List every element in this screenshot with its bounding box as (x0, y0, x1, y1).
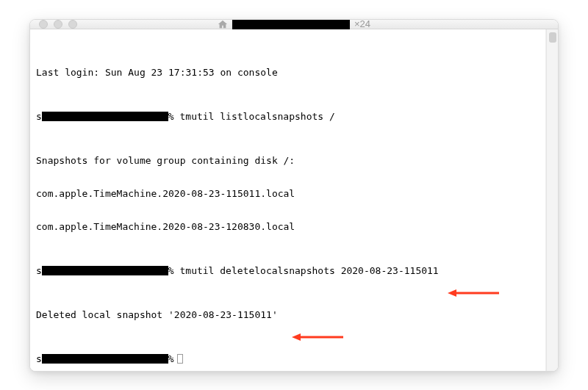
redacted-hostname (42, 354, 168, 364)
annotation-arrow-1 (448, 267, 505, 275)
snap1-text: com.apple.TimeMachine.2020-08-23-115011.… (36, 188, 295, 199)
window-size-label: ×24 (354, 19, 370, 30)
cursor-icon (177, 354, 183, 364)
prompt-prefix: s (36, 265, 42, 276)
redacted-hostname (42, 266, 168, 275)
line-cmd-list: s% tmutil listlocalsnapshots / (36, 111, 539, 122)
annotation-arrow-2 (292, 311, 349, 319)
svg-marker-1 (448, 289, 456, 297)
prompt-prefix: s (36, 353, 42, 364)
redacted-hostname (42, 112, 168, 121)
line-snap-header: Snapshots for volume group containing di… (36, 155, 539, 166)
line-snap1: com.apple.TimeMachine.2020-08-23-115011.… (36, 188, 539, 199)
svg-marker-3 (292, 333, 301, 341)
prompt-symbol: % (168, 353, 174, 364)
line-last-login: Last login: Sun Aug 23 17:31:53 on conso… (36, 67, 539, 78)
scroll-thumb[interactable] (549, 32, 556, 43)
line-cmd-delete: s% tmutil deletelocalsnapshots 2020-08-2… (36, 265, 539, 276)
window-title: ×24 (218, 19, 370, 30)
last-login-text: Last login: Sun Aug 23 17:31:53 on conso… (36, 67, 278, 78)
home-icon (218, 19, 228, 29)
prompt-prefix: s (36, 111, 42, 122)
snap-header-text: Snapshots for volume group containing di… (36, 155, 295, 166)
prompt-symbol: % (168, 111, 174, 122)
deleted-msg-text: Deleted local snapshot '2020-08-23-11501… (36, 309, 278, 320)
line-prompt-idle: s% (36, 353, 539, 364)
close-dot[interactable] (39, 20, 48, 29)
terminal-window: ×24 Last login: Sun Aug 23 17:31:53 on c… (29, 19, 559, 372)
scrollbar[interactable] (546, 29, 558, 372)
cmd-delete-text: tmutil deletelocalsnapshots 2020-08-23-1… (174, 265, 439, 276)
redacted-title (232, 19, 350, 29)
terminal-content[interactable]: Last login: Sun Aug 23 17:31:53 on conso… (30, 29, 546, 372)
line-deleted-msg: Deleted local snapshot '2020-08-23-11501… (36, 309, 539, 320)
minimize-dot[interactable] (54, 20, 62, 29)
window-body: Last login: Sun Aug 23 17:31:53 on conso… (30, 29, 558, 372)
traffic-lights (30, 20, 77, 29)
snap2-text: com.apple.TimeMachine.2020-08-23-120830.… (36, 221, 295, 232)
zoom-dot[interactable] (68, 20, 77, 29)
line-snap2: com.apple.TimeMachine.2020-08-23-120830.… (36, 221, 539, 232)
prompt-symbol: % (168, 265, 174, 276)
titlebar[interactable]: ×24 (30, 20, 558, 29)
cmd-list-text: tmutil listlocalsnapshots / (174, 111, 335, 122)
